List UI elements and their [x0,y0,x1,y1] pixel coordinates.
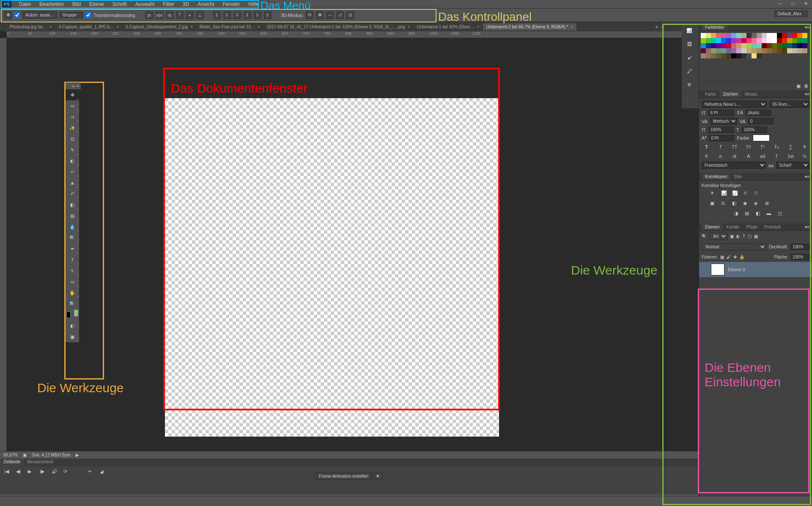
close-icon[interactable]: × [477,25,480,29]
swatch[interactable] [741,53,746,58]
swatch[interactable] [701,48,706,53]
allcaps-button[interactable]: TT [730,143,739,151]
brightness-icon[interactable]: ☀ [710,190,719,198]
distribute-icon[interactable]: ⫴ [233,11,241,19]
swatch[interactable] [746,53,752,58]
swatch[interactable] [792,33,797,38]
swatch[interactable] [726,43,731,48]
posterize-icon[interactable]: ▤ [745,211,753,218]
menu-filter[interactable]: Filter [159,0,178,8]
lock-all-icon[interactable]: 🔒 [739,255,744,259]
swatch[interactable] [762,33,767,38]
filter-shape-icon[interactable]: ▢ [748,234,752,239]
maximize-button[interactable]: □ [789,0,797,7]
ligature-button[interactable]: fi [702,152,711,160]
document-canvas[interactable] [165,98,499,437]
move-tool[interactable]: ✥ [66,89,79,100]
swatch[interactable] [701,43,706,48]
swatch[interactable] [787,33,792,38]
stamp-tool[interactable]: ▲ [66,177,79,188]
bold-button[interactable]: T [702,143,711,151]
workspace-select[interactable]: Default_Alex [774,11,808,17]
swatch[interactable] [772,38,777,43]
frame-animation-dropdown[interactable]: ▼ [373,473,383,480]
close-icon[interactable]: × [49,25,52,29]
swatch[interactable] [752,43,757,48]
swatch[interactable] [741,38,746,43]
protokoll-tab[interactable]: Protokoll [761,224,784,230]
swatch[interactable] [726,48,731,53]
layer-filter-select[interactable]: Art [709,233,727,240]
doc-info-arrow[interactable]: ▶ [76,453,79,457]
panel-menu-icon[interactable]: ▾≡ [805,25,809,30]
magic-wand-tool[interactable]: ✨ [66,122,79,133]
swatch[interactable] [736,53,741,58]
korrekturen-tab[interactable]: Korrekturen [702,173,730,180]
zoom-level[interactable]: 66,67% [3,453,18,457]
swatches-panel-header[interactable]: Farbfelder ▾≡ [699,24,812,31]
lock-position-icon[interactable]: ✥ [733,255,737,259]
swatch[interactable] [706,53,711,58]
ornaments-button[interactable]: ad [758,152,767,160]
swatch[interactable] [752,38,757,43]
swatch[interactable] [797,43,802,48]
swatch[interactable] [716,38,721,43]
absatz-tab[interactable]: Absatz [741,91,761,97]
swatch[interactable] [777,38,782,43]
lock-transparent-icon[interactable]: ▦ [720,255,724,259]
swatch[interactable] [782,48,787,53]
underline-button[interactable]: T [786,143,795,151]
split-icon[interactable]: ✂ [88,469,96,476]
doc-info[interactable]: Dok: 4,12 MB/0 Byte [32,453,71,457]
filter-type-icon[interactable]: T [743,234,745,239]
swatch[interactable] [777,48,782,53]
blend-mode-select[interactable]: Normal [702,243,766,250]
swatch[interactable] [787,43,792,48]
swatch[interactable] [762,48,767,53]
crop-tool[interactable]: ⊡ [66,133,79,144]
brush-panel-icon[interactable]: 🖌 [682,51,697,64]
3d-pan-icon[interactable]: ✥ [316,11,324,19]
menu-ebene[interactable]: Ebene [85,0,108,8]
swatch[interactable] [711,38,716,43]
menu-auswahl[interactable]: Auswahl [131,0,159,8]
navigator-panel-icon[interactable]: 🖼 [682,37,697,51]
menu-hilfe[interactable]: Hilfe [244,0,263,8]
first-frame-icon[interactable]: |◀ [4,469,12,476]
close-icon[interactable]: × [408,25,410,29]
swatch[interactable] [792,43,797,48]
swatch[interactable] [777,43,782,48]
ruler-horizontal[interactable]: 0501001502002503003504004505005506006507… [7,31,704,38]
farbe-tab[interactable]: Farbe [702,91,719,97]
swatch[interactable] [767,33,772,38]
swatch[interactable] [711,53,716,58]
swatch[interactable] [726,53,731,58]
search-icon[interactable]: 🔍 [702,234,707,239]
zeichen-tab[interactable]: Zeichen [719,91,741,97]
transform-checkbox[interactable] [85,12,91,18]
delete-swatch-icon[interactable]: 🗑 [804,83,809,89]
lasso-tool[interactable]: ⊃ [66,111,79,122]
swatch[interactable] [787,38,792,43]
type-tool[interactable]: T [66,254,79,265]
canvas-container[interactable] [165,98,499,437]
distribute-icon[interactable]: ⫴ [244,11,251,19]
swatch[interactable] [767,38,772,43]
doc-tab[interactable]: 2017-09-07 16_42_17-Unbenannt-1 bei 100%… [263,23,414,30]
threshold-icon[interactable]: ◧ [756,211,764,218]
swatch[interactable] [736,33,741,38]
menu-3d[interactable]: 3D [178,0,193,8]
swatch[interactable] [757,38,762,43]
swatch[interactable] [746,43,752,48]
menu-bearbeiten[interactable]: Bearbeiten [35,0,68,8]
transition-icon[interactable]: ◢ [100,469,107,476]
doc-tab-active[interactable]: Unbenannt-2 bei 66,7% (Ebene 0, RGB/8) *… [483,23,577,30]
swatch[interactable] [706,48,711,53]
swatch[interactable] [716,33,721,38]
stylistic-button[interactable]: st [730,152,739,160]
fractions2-button[interactable]: ½ [800,152,809,160]
colorlookup-icon[interactable]: ⊞ [765,201,774,208]
font-size-input[interactable] [708,110,734,116]
align-hcenter-icon[interactable]: ≡|≡ [156,11,163,19]
vibrance-icon[interactable]: ▽ [754,190,763,198]
